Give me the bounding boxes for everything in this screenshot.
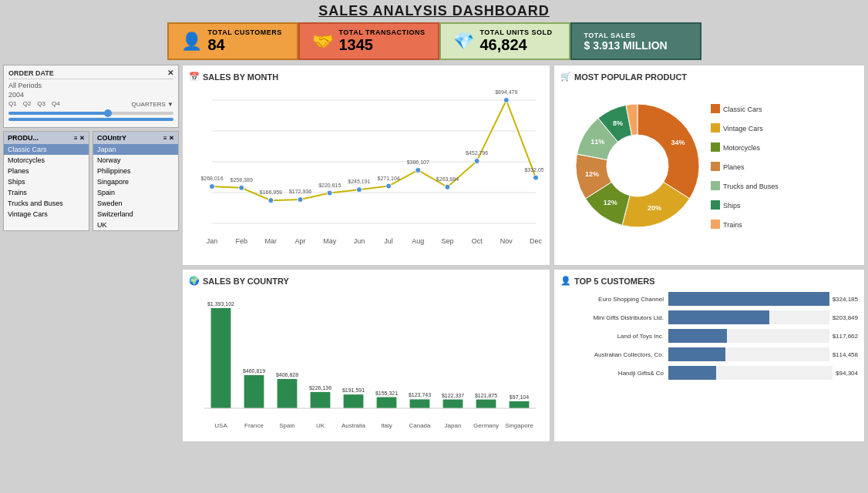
product-ships[interactable]: Ships xyxy=(4,176,89,187)
country-switzerland[interactable]: Switzerland xyxy=(93,209,178,220)
svg-text:Ships: Ships xyxy=(723,202,741,210)
sales-by-month-chart: 📅 SALES BY MONTH $268,016$258,389$166,95… xyxy=(182,65,550,266)
q1-label[interactable]: Q1 xyxy=(8,100,17,107)
date-slider-top[interactable] xyxy=(8,112,173,115)
product-classic-cars[interactable]: Classic Cars xyxy=(4,144,89,155)
svg-point-21 xyxy=(445,184,450,189)
customer-bar-track xyxy=(668,292,829,306)
svg-rect-61 xyxy=(211,308,231,408)
units-label: TOTAL UNITS SOLD xyxy=(480,29,553,36)
customer-name: Land of Toys Inc. xyxy=(560,333,668,340)
q4-label[interactable]: Q4 xyxy=(52,100,60,107)
svg-rect-57 xyxy=(711,200,720,210)
svg-text:8%: 8% xyxy=(613,119,623,127)
filter-period: All Periods xyxy=(8,82,173,89)
country-sweden[interactable]: Sweden xyxy=(93,198,178,209)
svg-text:$226,136: $226,136 xyxy=(309,385,331,391)
countries-filter: COUntrY ≡ ✕ Japan Norway Philippines Sin… xyxy=(93,131,179,231)
svg-point-27 xyxy=(533,175,539,180)
sales-value: $ 3.913 MILLION xyxy=(584,39,668,52)
customer-bar-row: Land of Toys Inc. $117,662 xyxy=(560,329,858,343)
products-header: PRODU... ≡ ✕ xyxy=(4,132,89,144)
svg-rect-73 xyxy=(344,394,364,408)
kpi-units: 💎 TOTAL UNITS SOLD 46,824 xyxy=(439,22,570,60)
svg-text:$121,875: $121,875 xyxy=(475,393,497,398)
dashboard-title: SALES ANALYSIS DASHBOARD xyxy=(3,3,865,19)
filter-title-label: ORDER DATE xyxy=(8,69,54,77)
svg-text:34%: 34% xyxy=(671,139,685,146)
svg-point-15 xyxy=(356,187,362,193)
products-icons: ≡ ✕ xyxy=(74,135,85,142)
svg-rect-49 xyxy=(711,123,720,132)
country-chart-icon: 🌍 xyxy=(189,276,200,286)
svg-rect-88 xyxy=(510,401,530,408)
customer-bar-row: Mini Gifts Distributors Ltd. $203,849 xyxy=(560,310,858,324)
customer-value: $203,849 xyxy=(833,314,858,321)
svg-point-9 xyxy=(268,198,274,203)
svg-text:Jul: Jul xyxy=(384,237,393,245)
product-planes[interactable]: Planes xyxy=(4,166,89,176)
svg-text:Trucks and Buses: Trucks and Buses xyxy=(723,183,779,190)
svg-text:$1,393,102: $1,393,102 xyxy=(207,301,234,307)
dashboard: SALES ANALYSIS DASHBOARD 👤 TOTAL CUSTOME… xyxy=(0,0,868,493)
q2-label[interactable]: Q2 xyxy=(23,100,32,107)
svg-rect-64 xyxy=(244,375,264,408)
customer-bar-row: Euro Shopping Channel $324,185 xyxy=(560,292,858,306)
countries-header: COUntrY ≡ ✕ xyxy=(93,132,178,144)
date-slider-bottom[interactable] xyxy=(8,118,173,121)
country-philippines[interactable]: Philippines xyxy=(93,166,178,176)
svg-rect-51 xyxy=(711,143,720,152)
customers-bars: Euro Shopping Channel $324,185 Mini Gift… xyxy=(560,289,858,387)
top5-customers-chart: 👤 TOP 5 CUSTOMERS Euro Shopping Channel … xyxy=(553,269,865,442)
product-trucks[interactable]: Trucks and Buses xyxy=(4,198,89,209)
svg-rect-67 xyxy=(278,379,298,408)
svg-text:$122,337: $122,337 xyxy=(442,393,464,398)
month-chart-icon: 📅 xyxy=(189,72,200,82)
customer-bar-fill xyxy=(668,310,769,324)
svg-text:Italy: Italy xyxy=(381,422,392,429)
svg-text:12%: 12% xyxy=(604,199,617,206)
country-spain[interactable]: Spain xyxy=(93,187,178,198)
customer-bar-fill xyxy=(668,292,829,306)
svg-text:Feb: Feb xyxy=(235,237,247,245)
product-vintage[interactable]: Vintage Cars xyxy=(4,209,89,220)
customer-value: $114,458 xyxy=(833,351,858,358)
customer-bar-row: Australian Collectors, Co. $114,458 xyxy=(560,347,858,361)
svg-rect-82 xyxy=(443,400,463,408)
sales-label: TOTAL SALES xyxy=(584,32,668,39)
svg-text:$271,104: $271,104 xyxy=(377,176,399,181)
svg-text:UK: UK xyxy=(316,422,325,429)
kpi-transactions: 🤝 TOTAL TRANSACTIONS 1345 xyxy=(298,22,439,60)
product-motorcycles[interactable]: Motorcycles xyxy=(4,155,89,166)
svg-rect-76 xyxy=(377,397,397,408)
customer-bar-fill xyxy=(668,329,727,343)
country-japan[interactable]: Japan xyxy=(93,144,178,155)
customer-bar-fill xyxy=(668,347,725,361)
customer-bar-fill xyxy=(668,366,716,380)
svg-point-13 xyxy=(327,190,332,196)
svg-text:$460,819: $460,819 xyxy=(243,368,265,374)
svg-text:Japan: Japan xyxy=(445,422,462,429)
customer-name: Euro Shopping Channel xyxy=(560,296,668,303)
products-title: PRODU... xyxy=(8,134,39,142)
svg-text:Spain: Spain xyxy=(279,422,294,429)
transactions-label: TOTAL TRANSACTIONS xyxy=(339,29,426,36)
product-trains[interactable]: Trains xyxy=(4,187,89,198)
svg-text:$452,796: $452,796 xyxy=(466,150,488,156)
svg-text:Jun: Jun xyxy=(354,237,365,245)
filter-year: 2004 xyxy=(8,91,173,99)
filter-clear-icon[interactable]: ✕ xyxy=(167,69,173,77)
customers-chart-icon: 👤 xyxy=(560,276,571,286)
country-norway[interactable]: Norway xyxy=(93,155,178,166)
svg-text:Jan: Jan xyxy=(207,237,218,245)
country-singapore[interactable]: Singapore xyxy=(93,176,178,187)
q3-label[interactable]: Q3 xyxy=(37,100,45,107)
customers-chart-title: TOP 5 CUSTOMERS xyxy=(574,277,655,286)
line-chart-svg: $268,016$258,389$166,959$172,936$220,815… xyxy=(189,85,543,246)
svg-text:$386,107: $386,107 xyxy=(407,159,429,165)
customer-bar-track xyxy=(668,329,829,343)
country-uk[interactable]: UK xyxy=(93,220,178,230)
svg-text:Classic Cars: Classic Cars xyxy=(723,106,762,113)
svg-text:$245,191: $245,191 xyxy=(348,179,370,184)
svg-text:Planes: Planes xyxy=(723,163,745,171)
